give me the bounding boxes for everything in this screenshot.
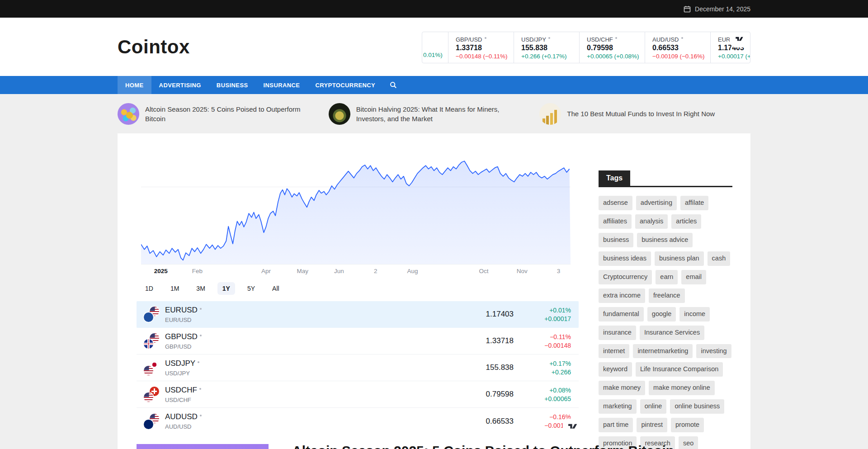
- tag-link[interactable]: insurance: [599, 326, 636, 340]
- range-button[interactable]: 1M: [165, 282, 184, 295]
- range-button[interactable]: 1D: [140, 282, 158, 295]
- tradingview-attribution[interactable]: [730, 33, 750, 47]
- axis-tick-label: 2: [374, 268, 377, 274]
- tag-link[interactable]: email: [681, 270, 706, 284]
- range-button[interactable]: 1Y: [217, 282, 235, 295]
- tag-link[interactable]: pintrest: [637, 418, 667, 432]
- forex-ticker-widget: 0.01%) GBP/USD 1.33718 −0.00148 (−0.11%)…: [422, 32, 750, 63]
- info-dot-icon: [681, 37, 683, 39]
- ticker-pair-label: USD/JPY: [521, 36, 546, 43]
- symbol-value: 0.66533: [423, 417, 514, 426]
- nav-item[interactable]: BUSINESS: [209, 76, 256, 94]
- symbol-name: GBPUSD: [165, 332, 198, 341]
- symbol-row[interactable]: EURUSD EUR/USD 1.17403 +0.01% +0.00017: [137, 301, 579, 328]
- tag-link[interactable]: online: [640, 399, 667, 414]
- news-title[interactable]: The 10 Best Mutual Funds to Invest In Ri…: [567, 109, 715, 118]
- news-thumbnail: [329, 103, 350, 125]
- nav-item[interactable]: CRYPTOCURRENCY: [307, 76, 383, 94]
- axis-tick-label: Feb: [192, 268, 203, 274]
- symbol-change-abs: +0.266: [514, 368, 571, 376]
- news-ticker-item[interactable]: The 10 Best Mutual Funds to Invest In Ri…: [539, 103, 750, 125]
- range-button[interactable]: All: [267, 282, 284, 295]
- news-ticker-item[interactable]: Altcoin Season 2025: 5 Coins Poised to O…: [118, 103, 329, 125]
- info-dot-icon: [485, 37, 486, 39]
- tag-link[interactable]: business ideas: [599, 251, 651, 266]
- range-button[interactable]: 5Y: [242, 282, 260, 295]
- tag-link[interactable]: make money: [599, 381, 645, 395]
- tag-link[interactable]: make money online: [649, 381, 715, 395]
- symbol-name: USDCHF: [165, 386, 197, 394]
- news-title[interactable]: Bitcoin Halving 2025: What It Means for …: [356, 104, 524, 123]
- tag-link[interactable]: Insurance Services: [640, 326, 704, 340]
- tag-link[interactable]: cash: [708, 251, 731, 266]
- current-date: December 14, 2025: [684, 5, 750, 13]
- tag-link[interactable]: marketing: [599, 399, 637, 414]
- symbol-row[interactable]: USDJPY USD/JPY 155.838 +0.17% +0.266: [137, 354, 579, 381]
- flag-icon: [144, 392, 153, 402]
- tag-link[interactable]: earn: [656, 270, 678, 284]
- nav-item[interactable]: ADVERTISING: [151, 76, 209, 94]
- tag-link[interactable]: part time: [599, 418, 633, 432]
- range-button[interactable]: 3M: [191, 282, 210, 295]
- tag-link[interactable]: google: [647, 307, 676, 321]
- symbol-row[interactable]: AUDUSD AUD/USD 0.66533 −0.16% −0.00109: [137, 408, 579, 435]
- tag-link[interactable]: business advice: [637, 233, 693, 247]
- nav-item[interactable]: INSURANCE: [256, 76, 308, 94]
- tag-link[interactable]: freelance: [649, 288, 685, 303]
- tag-link[interactable]: extra income: [599, 288, 645, 303]
- tags-cloud: adsense advertising affilate affiliates …: [599, 196, 732, 449]
- tag-link[interactable]: internetmarketing: [633, 344, 693, 359]
- news-ticker-item[interactable]: Bitcoin Halving 2025: What It Means for …: [329, 103, 540, 125]
- axis-tick-label: Apr: [261, 268, 271, 274]
- ticker-item[interactable]: USD/CHF 0.79598 +0.00065 (+0.08%): [579, 32, 645, 63]
- tags-widget-header: Tags: [599, 170, 732, 187]
- tag-link[interactable]: Life Insurance Comparison: [636, 362, 723, 377]
- nav-item[interactable]: HOME: [118, 76, 151, 94]
- tag-link[interactable]: investing: [696, 344, 731, 359]
- tag-link[interactable]: income: [679, 307, 710, 321]
- news-title[interactable]: Altcoin Season 2025: 5 Coins Poised to O…: [145, 104, 313, 123]
- tag-link[interactable]: adsense: [599, 196, 632, 210]
- calendar-icon: [684, 5, 691, 13]
- tag-link[interactable]: fundamental: [599, 307, 644, 321]
- tag-link[interactable]: online business: [670, 399, 724, 414]
- ticker-item[interactable]: AUD/USD 0.66533 −0.00109 (−0.16%): [645, 32, 710, 63]
- axis-tick-label: Nov: [517, 268, 528, 274]
- tag-link[interactable]: Cryptocurrency: [599, 270, 652, 284]
- tag-link[interactable]: advertising: [636, 196, 677, 210]
- ticker-clipped-change: 0.01%): [423, 52, 443, 58]
- ticker-change: −0.00109 (−0.16%): [652, 53, 710, 60]
- tag-link[interactable]: affilate: [680, 196, 708, 210]
- tradingview-logo-icon: [735, 35, 745, 43]
- tag-link[interactable]: analysis: [635, 214, 668, 229]
- symbol-change-abs: −0.00109: [514, 421, 571, 430]
- symbol-pair: EUR/USD: [165, 317, 202, 323]
- tag-link[interactable]: affiliates: [599, 214, 632, 229]
- tag-link[interactable]: keyword: [599, 362, 632, 377]
- search-button[interactable]: [383, 81, 404, 89]
- symbol-pair: USD/JPY: [165, 370, 199, 377]
- ticker-item[interactable]: USD/JPY 155.838 +0.266 (+0.17%): [514, 32, 579, 63]
- tag-link[interactable]: business plan: [655, 251, 704, 266]
- article-image[interactable]: [137, 444, 269, 449]
- tradingview-logo-icon: [567, 421, 580, 430]
- symbol-row[interactable]: USDCHF USD/CHF 0.79598 +0.08% +0.00065: [137, 381, 579, 408]
- symbol-row[interactable]: GBPUSD GBP/USD 1.33718 −0.11% −0.00148: [137, 328, 579, 354]
- ticker-item[interactable]: GBP/USD 1.33718 −0.00148 (−0.11%): [448, 32, 514, 63]
- currency-pair-flags-icon: [144, 387, 159, 402]
- ticker-value: 0.79598: [587, 44, 645, 52]
- tag-link[interactable]: internet: [599, 344, 629, 359]
- tag-link[interactable]: business: [599, 233, 633, 247]
- ticker-change: +0.00065 (+0.08%): [587, 53, 645, 60]
- price-chart[interactable]: [141, 161, 571, 264]
- site-logo[interactable]: Cointox: [118, 36, 190, 58]
- info-dot-icon: [615, 37, 617, 39]
- axis-tick-label: May: [297, 268, 308, 274]
- tag-link[interactable]: articles: [671, 214, 701, 229]
- info-dot-icon: [548, 37, 550, 39]
- tradingview-attribution[interactable]: [563, 419, 581, 434]
- article-title[interactable]: Altcoin Season 2025: 5 Coins Poised to O…: [292, 442, 674, 449]
- tag-link[interactable]: promote: [671, 418, 704, 432]
- sidebar: Tags adsense advertising affilate affili…: [599, 161, 732, 449]
- symbol-value: 0.79598: [423, 390, 514, 399]
